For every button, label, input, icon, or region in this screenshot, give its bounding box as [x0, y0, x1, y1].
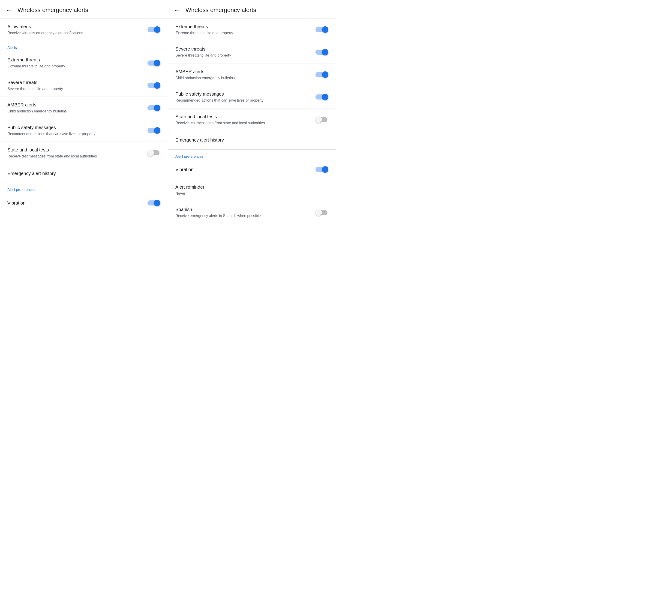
- alert-prefs-section-header-right: Alert preferences: [168, 150, 336, 160]
- severe-threats-subtitle-left: Severe threats to life and property: [7, 86, 143, 91]
- panel-right: ← Wireless emergency alerts Extreme thre…: [168, 0, 336, 308]
- page-title-right: Wireless emergency alerts: [186, 6, 256, 14]
- allow-alerts-subtitle: Receive wireless emergency alert notific…: [7, 30, 143, 36]
- state-local-item-right[interactable]: State and local tests Receive test messa…: [168, 108, 336, 131]
- extreme-threats-item-right[interactable]: Extreme threats Extreme threats to life …: [168, 18, 336, 41]
- extreme-threats-toggle-left[interactable]: [147, 60, 160, 66]
- public-safety-item-right[interactable]: Public safety messages Recommended actio…: [168, 86, 336, 108]
- alert-reminder-title-right: Alert reminder: [175, 184, 324, 190]
- alert-reminder-item-right[interactable]: Alert reminder Never: [168, 179, 336, 201]
- public-safety-title-left: Public safety messages: [7, 124, 143, 130]
- public-safety-subtitle-left: Recommended actions that can save lives …: [7, 131, 143, 136]
- severe-threats-title-left: Severe threats: [7, 79, 143, 85]
- public-safety-toggle-right[interactable]: [315, 93, 328, 100]
- panel-left: ← Wireless emergency alerts Allow alerts…: [0, 0, 168, 308]
- alerts-section-header-left: Alerts: [0, 41, 168, 52]
- emergency-history-item-left[interactable]: Emergency alert history: [0, 164, 168, 183]
- public-safety-item-left[interactable]: Public safety messages Recommended actio…: [0, 119, 168, 142]
- allow-alerts-text: Allow alerts Receive wireless emergency …: [7, 24, 147, 36]
- spanish-title-right: Spanish: [175, 206, 311, 212]
- state-local-toggle-right[interactable]: [315, 116, 328, 123]
- header-left: ← Wireless emergency alerts: [0, 0, 168, 18]
- emergency-history-title-right: Emergency alert history: [175, 137, 324, 143]
- public-safety-toggle-left[interactable]: [147, 127, 160, 134]
- spanish-item-right[interactable]: Spanish Receive emergency alerts in Span…: [168, 201, 336, 223]
- extreme-threats-subtitle-left: Extreme threats to life and property: [7, 64, 143, 69]
- state-local-subtitle-left: Receive test messages from state and loc…: [7, 154, 143, 159]
- settings-list-left: Allow alerts Receive wireless emergency …: [0, 18, 168, 212]
- public-safety-subtitle-right: Recommended actions that can save lives …: [175, 98, 311, 103]
- severe-threats-toggle-left[interactable]: [147, 82, 160, 89]
- amber-alerts-subtitle-right: Child abduction emergency bulletins: [175, 75, 311, 81]
- amber-alerts-toggle-left[interactable]: [147, 104, 160, 111]
- allow-alerts-item[interactable]: Allow alerts Receive wireless emergency …: [0, 18, 168, 41]
- vibration-toggle-right[interactable]: [315, 166, 328, 173]
- state-local-title-left: State and local tests: [7, 147, 143, 153]
- amber-alerts-title-right: AMBER alerts: [175, 69, 311, 75]
- back-button-left[interactable]: ←: [6, 7, 12, 13]
- page-title-left: Wireless emergency alerts: [18, 6, 88, 14]
- amber-alerts-subtitle-left: Child abduction emergency bulletins: [7, 109, 143, 114]
- amber-alerts-toggle-right[interactable]: [315, 71, 328, 78]
- extreme-threats-title-right: Extreme threats: [175, 24, 311, 30]
- vibration-item-left[interactable]: Vibration: [0, 194, 168, 212]
- vibration-toggle-left[interactable]: [147, 199, 160, 206]
- severe-threats-subtitle-right: Severe threats to life and property: [175, 53, 311, 58]
- emergency-history-item-right[interactable]: Emergency alert history: [168, 131, 336, 149]
- extreme-threats-title-left: Extreme threats: [7, 57, 143, 63]
- state-local-subtitle-right: Receive test messages from state and loc…: [175, 120, 311, 126]
- state-local-toggle-left[interactable]: [147, 149, 160, 156]
- extreme-threats-toggle-right[interactable]: [315, 26, 328, 33]
- severe-threats-toggle-right[interactable]: [315, 49, 328, 56]
- alert-prefs-section-label-left: Alert preferences: [7, 188, 36, 192]
- amber-alerts-item-right[interactable]: AMBER alerts Child abduction emergency b…: [168, 63, 336, 86]
- vibration-item-right[interactable]: Vibration: [168, 160, 336, 179]
- back-button-right[interactable]: ←: [174, 7, 180, 13]
- alert-reminder-subtitle-right: Never: [175, 191, 324, 196]
- allow-alerts-thumb: [154, 26, 160, 33]
- spanish-toggle-right[interactable]: [315, 209, 328, 216]
- spanish-subtitle-right: Receive emergency alerts in Spanish when…: [175, 213, 311, 218]
- extreme-threats-subtitle-right: Extreme threats to life and property: [175, 30, 311, 36]
- emergency-history-title-left: Emergency alert history: [7, 170, 156, 176]
- header-right: ← Wireless emergency alerts: [168, 0, 336, 18]
- settings-list-right: Extreme threats Extreme threats to life …: [168, 18, 336, 224]
- state-local-title-right: State and local tests: [175, 114, 311, 120]
- severe-threats-title-right: Severe threats: [175, 46, 311, 52]
- severe-threats-item-left[interactable]: Severe threats Severe threats to life an…: [0, 74, 168, 97]
- public-safety-title-right: Public safety messages: [175, 91, 311, 97]
- extreme-threats-item-left[interactable]: Extreme threats Extreme threats to life …: [0, 52, 168, 74]
- alert-prefs-section-header-left: Alert preferences: [0, 183, 168, 194]
- alert-prefs-section-label-right: Alert preferences: [175, 154, 204, 158]
- amber-alerts-title-left: AMBER alerts: [7, 102, 143, 108]
- alerts-section-label-left: Alerts: [7, 46, 17, 50]
- amber-alerts-item-left[interactable]: AMBER alerts Child abduction emergency b…: [0, 97, 168, 119]
- state-local-item-left[interactable]: State and local tests Receive test messa…: [0, 142, 168, 164]
- severe-threats-item-right[interactable]: Severe threats Severe threats to life an…: [168, 41, 336, 63]
- allow-alerts-title: Allow alerts: [7, 24, 143, 30]
- vibration-title-left: Vibration: [7, 200, 143, 206]
- allow-alerts-toggle[interactable]: [147, 26, 160, 33]
- vibration-title-right: Vibration: [175, 166, 311, 172]
